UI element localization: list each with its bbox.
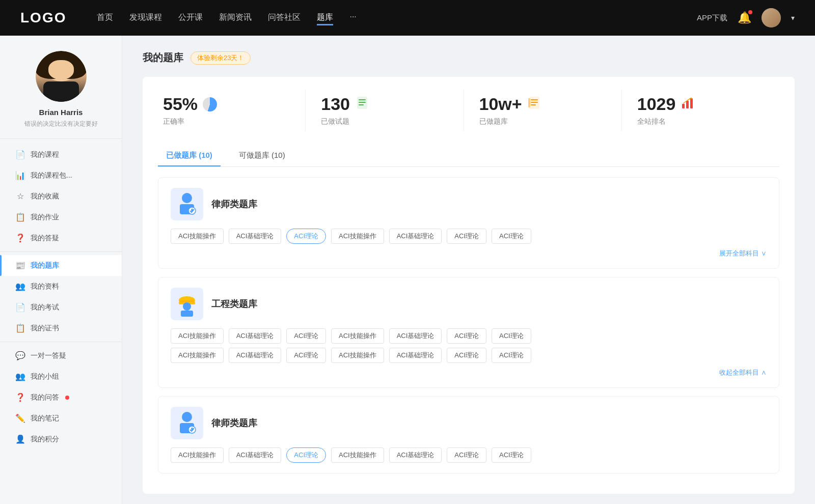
stat-ranking: 1029 全站排名 <box>622 89 779 131</box>
stat-accuracy: 55% 正确率 <box>158 89 306 131</box>
sidebar-item-question-bank[interactable]: 📰 我的题库 <box>0 255 122 276</box>
avatar[interactable] <box>762 8 781 27</box>
tag-e13[interactable]: ACI理论 <box>492 348 531 363</box>
tag-e3[interactable]: ACI技能操作 <box>331 328 384 344</box>
stat-accuracy-value: 55% <box>163 94 198 114</box>
tag-e6[interactable]: ACI理论 <box>492 328 531 344</box>
sidebar-item-materials[interactable]: 👥 我的资料 <box>0 276 122 297</box>
nav-qa[interactable]: 问答社区 <box>268 10 301 25</box>
svg-rect-11 <box>690 98 693 108</box>
main-content: 我的题库 体验剩余23天！ 55% 正确率 130 <box>122 36 815 504</box>
tab-done-banks[interactable]: 已做题库 (10) <box>158 146 221 166</box>
tag-4[interactable]: ACI基础理论 <box>389 229 442 244</box>
avatar-image <box>762 8 781 27</box>
tag-l2-1[interactable]: ACI基础理论 <box>229 447 282 463</box>
stat-done-banks-value: 10w+ <box>479 94 522 114</box>
tag-e10[interactable]: ACI技能操作 <box>331 348 384 363</box>
sidebar-item-notes[interactable]: ✏️ 我的笔记 <box>0 408 122 429</box>
svg-rect-3 <box>359 104 364 105</box>
tag-3[interactable]: ACI技能操作 <box>331 229 384 244</box>
question-bank-icon: 📰 <box>15 261 25 270</box>
sidebar-item-label: 我的课程 <box>31 150 59 159</box>
sidebar-item-certificates[interactable]: 📋 我的证书 <box>0 318 122 339</box>
sidebar-item-label: 一对一答疑 <box>31 351 66 360</box>
nav-home[interactable]: 首页 <box>97 10 113 25</box>
notification-bell[interactable]: 🔔 <box>738 11 751 24</box>
tag-e8[interactable]: ACI基础理论 <box>229 348 282 363</box>
bank-expand-button[interactable]: 展开全部科目 ∨ <box>171 249 767 258</box>
tag-l2-0[interactable]: ACI技能操作 <box>171 447 224 463</box>
profile-motto: 错误的决定比没有决定要好 <box>24 120 98 128</box>
navbar-right: APP下载 🔔 ▾ <box>697 8 795 27</box>
tag-6[interactable]: ACI理论 <box>492 229 531 244</box>
tag-e9[interactable]: ACI理论 <box>286 348 326 363</box>
sidebar-item-groups[interactable]: 👥 我的小组 <box>0 366 122 387</box>
tag-e0[interactable]: ACI技能操作 <box>171 328 224 344</box>
sidebar-item-label: 我的问答 <box>31 393 59 402</box>
svg-rect-7 <box>531 104 536 105</box>
bank-title: 律师类题库 <box>211 198 257 210</box>
sidebar-item-one-on-one[interactable]: 💬 一对一答疑 <box>0 345 122 366</box>
sidebar-item-homework[interactable]: 📋 我的作业 <box>0 207 122 228</box>
notification-dot <box>748 10 752 14</box>
tag-e1[interactable]: ACI基础理论 <box>229 328 282 344</box>
sidebar-item-course-package[interactable]: 📊 我的课程包... <box>0 165 122 186</box>
logo: LOGO <box>20 10 66 26</box>
tag-e4[interactable]: ACI基础理论 <box>389 328 442 344</box>
tag-l2-2-active[interactable]: ACI理论 <box>286 447 326 463</box>
nav-news[interactable]: 新闻资讯 <box>219 10 252 25</box>
svg-point-21 <box>182 412 192 422</box>
tab-available-banks[interactable]: 可做题库 (10) <box>231 146 293 166</box>
page-header: 我的题库 体验剩余23天！ <box>143 51 795 65</box>
tag-l2-4[interactable]: ACI基础理论 <box>389 447 442 463</box>
sidebar-menu: 📄 我的课程 📊 我的课程包... ☆ 我的收藏 📋 我的作业 ❓ 我的答疑 � <box>0 144 122 450</box>
tabs-row: 已做题库 (10) 可做题库 (10) <box>158 146 779 167</box>
tag-e2[interactable]: ACI理论 <box>286 328 326 344</box>
stat-done-banks-value-row: 10w+ <box>479 94 541 114</box>
doc-green-icon <box>355 96 369 113</box>
nav-open-course[interactable]: 公开课 <box>178 10 203 25</box>
bank-section-header: 工程类题库 <box>171 288 767 320</box>
sidebar-item-exams[interactable]: 📄 我的考试 <box>0 297 122 318</box>
nav-discover[interactable]: 发现课程 <box>129 10 162 25</box>
bank-collapse-button[interactable]: 收起全部科目 ∧ <box>171 368 767 377</box>
homework-icon: 📋 <box>15 212 25 222</box>
stat-done-questions-label: 已做试题 <box>321 117 349 126</box>
sidebar-item-my-course[interactable]: 📄 我的课程 <box>0 144 122 165</box>
nav-exam[interactable]: 题库 <box>317 10 333 25</box>
bank-section-header: 律师类题库 <box>171 407 767 439</box>
tag-e12[interactable]: ACI理论 <box>447 348 486 363</box>
tag-e11[interactable]: ACI基础理论 <box>389 348 442 363</box>
tag-1[interactable]: ACI基础理论 <box>229 229 282 244</box>
tag-l2-5[interactable]: ACI理论 <box>447 447 486 463</box>
sidebar-item-points[interactable]: 👤 我的积分 <box>0 429 122 450</box>
sidebar-item-favorites[interactable]: ☆ 我的收藏 <box>0 186 122 207</box>
sidebar-item-label: 我的作业 <box>31 213 59 222</box>
points-icon: 👤 <box>15 434 25 444</box>
tag-e5[interactable]: ACI理论 <box>447 328 486 344</box>
tag-l2-3[interactable]: ACI技能操作 <box>331 447 384 463</box>
bank-section-lawyer-2: 律师类题库 ACI技能操作 ACI基础理论 ACI理论 ACI技能操作 ACI基… <box>158 396 779 473</box>
tag-5[interactable]: ACI理论 <box>447 229 486 244</box>
tag-e7[interactable]: ACI技能操作 <box>171 348 224 363</box>
stat-ranking-value-row: 1029 <box>637 94 695 114</box>
tag-l2-6[interactable]: ACI理论 <box>492 447 531 463</box>
tag-2-active[interactable]: ACI理论 <box>286 229 326 244</box>
course-icon: 📄 <box>15 150 25 159</box>
profile-name: Brian Harris <box>39 108 83 117</box>
tag-0[interactable]: ACI技能操作 <box>171 229 224 244</box>
stat-done-questions-value-row: 130 <box>321 94 369 114</box>
chevron-down-icon[interactable]: ▾ <box>791 14 795 22</box>
stat-accuracy-value-row: 55% <box>163 94 217 114</box>
sidebar-item-answers[interactable]: ❓ 我的答疑 <box>0 228 122 248</box>
bank-section-lawyer-1: 律师类题库 ACI技能操作 ACI基础理论 ACI理论 ACI技能操作 ACI基… <box>158 177 779 269</box>
sidebar-item-label: 我的收藏 <box>31 192 59 201</box>
nav-more[interactable]: ··· <box>349 10 356 25</box>
notes-icon: ✏️ <box>15 413 25 423</box>
app-download-button[interactable]: APP下载 <box>697 13 727 23</box>
doc-orange-icon <box>527 96 541 113</box>
sidebar-item-my-qa[interactable]: ❓ 我的问答 <box>0 387 122 408</box>
stat-done-questions-value: 130 <box>321 94 350 114</box>
chat-icon: 💬 <box>15 351 25 360</box>
chart-red-icon <box>681 96 695 113</box>
